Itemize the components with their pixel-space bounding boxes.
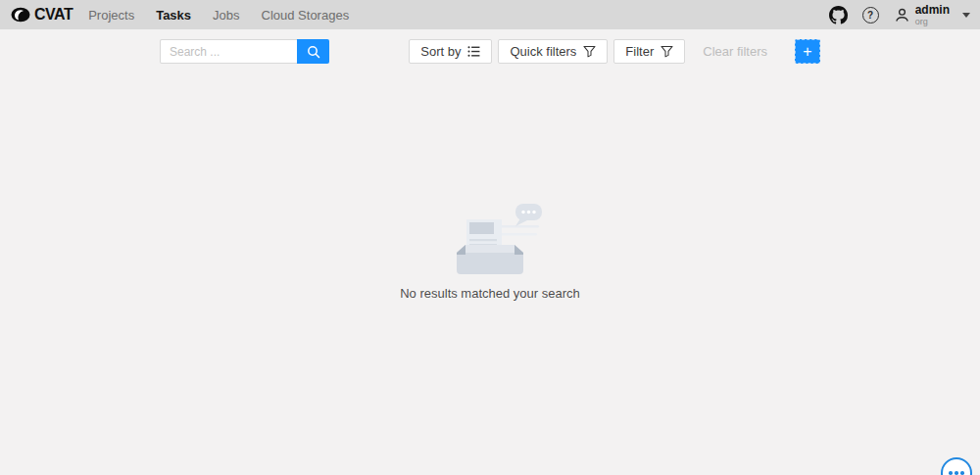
create-task-button[interactable]: + (795, 39, 820, 64)
user-menu[interactable]: admin org (894, 4, 970, 26)
filter-label: Filter (625, 44, 654, 59)
header-right: ? admin org (829, 4, 970, 26)
search-input[interactable] (160, 39, 297, 64)
cvat-logo-text: CVAT (34, 6, 73, 24)
chat-widget-button[interactable] (941, 457, 972, 475)
quick-filters-label: Quick filters (510, 44, 576, 59)
cvat-logo[interactable]: CVAT (10, 6, 73, 24)
cvat-logo-icon (10, 7, 31, 23)
search-button[interactable] (297, 39, 329, 64)
filter-button[interactable]: Filter (613, 39, 685, 64)
help-icon[interactable]: ? (862, 7, 879, 24)
quick-filters-button[interactable]: Quick filters (498, 39, 608, 64)
user-name: admin (915, 4, 950, 16)
filter-funnel-icon (661, 45, 673, 58)
nav-item-tasks[interactable]: Tasks (156, 8, 191, 23)
app-header: CVAT Projects Tasks Jobs Cloud Storages … (0, 0, 980, 29)
clear-filters-button[interactable]: Clear filters (697, 44, 773, 59)
chevron-down-icon (962, 13, 970, 18)
empty-message: No results matched your search (400, 286, 580, 301)
sort-by-label: Sort by (420, 44, 461, 59)
sort-by-button[interactable]: Sort by (409, 39, 492, 64)
user-org: org (915, 18, 950, 26)
user-text: admin org (915, 4, 950, 26)
user-icon (894, 7, 910, 24)
toolbar-controls: Sort by Quick filters Filter (409, 39, 820, 64)
plus-icon: + (803, 44, 811, 60)
ellipsis-icon (949, 471, 953, 475)
search-group (160, 39, 329, 64)
search-icon (307, 45, 320, 59)
tasks-toolbar: Sort by Quick filters Filter (160, 39, 820, 64)
filter-funnel-icon (583, 45, 596, 58)
empty-state: No results matched your search (0, 200, 980, 301)
nav-item-projects[interactable]: Projects (88, 8, 134, 23)
empty-inbox-icon (421, 200, 559, 276)
nav-item-cloud-storages[interactable]: Cloud Storages (262, 8, 350, 23)
sort-list-icon (467, 45, 480, 58)
github-icon[interactable] (829, 6, 848, 24)
nav-item-jobs[interactable]: Jobs (213, 8, 239, 23)
main-nav: Projects Tasks Jobs Cloud Storages (88, 8, 349, 23)
